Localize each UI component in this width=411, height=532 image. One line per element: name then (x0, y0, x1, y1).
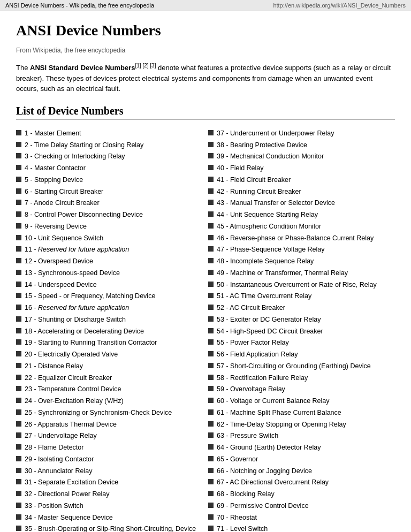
item-text: 47 - Phase-Sequence Voltage Relay (217, 245, 395, 255)
item-text: 29 - Isolating Contactor (25, 454, 203, 465)
bullet-icon (208, 526, 214, 531)
bullet-icon (16, 177, 21, 182)
item-text: 61 - Machine Split Phase Current Balance (217, 408, 395, 418)
bullet-icon (208, 177, 214, 182)
item-text: 58 - Rectification Failure Relay (217, 373, 395, 383)
citations: [1] [2] [3] (135, 63, 156, 69)
bullet-icon (16, 526, 21, 531)
bullet-icon (208, 316, 214, 322)
bullet-icon (208, 211, 214, 217)
item-text: 28 - Flame Detector (25, 443, 203, 453)
list-item: 41 - Field Circuit Breaker (208, 175, 395, 185)
item-text: 23 - Temperature Control Device (25, 384, 203, 394)
bullet-icon (16, 316, 21, 322)
list-item: 18 - Accelerating or Decelerating Device (16, 326, 203, 337)
bullet-icon (16, 421, 21, 427)
list-item: 65 - Governor (208, 454, 395, 465)
list-item: 28 - Flame Detector (16, 443, 203, 453)
bullet-icon (16, 258, 21, 263)
list-item: 60 - Voltage or Current Balance Relay (208, 396, 395, 406)
list-item: 47 - Phase-Sequence Voltage Relay (208, 245, 395, 255)
item-text: 8 - Control Power Disconnecting Device (25, 210, 203, 220)
item-text: 1 - Master Element (25, 128, 203, 139)
bullet-icon (208, 165, 214, 170)
item-text: 63 - Pressure Switch (217, 431, 395, 441)
list-item: 35 - Brush-Operating or Slip-Ring Short-… (16, 524, 203, 532)
bullet-icon (16, 339, 21, 345)
list-item: 24 - Over-Excitation Relay (V/Hz) (16, 396, 203, 406)
item-text: 14 - Underspeed Device (25, 280, 203, 290)
bullet-icon (208, 142, 214, 147)
item-text: 68 - Blocking Relay (217, 489, 395, 499)
bullet-icon (16, 153, 21, 158)
bullet-icon (16, 246, 21, 252)
bullet-icon (16, 398, 21, 403)
bullet-icon (208, 421, 214, 427)
list-item: 26 - Apparatus Thermal Device (16, 420, 203, 430)
bullet-icon (16, 363, 21, 368)
bullet-icon (208, 188, 214, 194)
item-text: 67 - AC Directional Overcurrent Relay (217, 477, 395, 488)
list-item: 68 - Blocking Relay (208, 489, 395, 499)
bullet-icon (208, 514, 214, 520)
list-item: 61 - Machine Split Phase Current Balance (208, 408, 395, 418)
item-text: 30 - Annunciator Relay (25, 466, 203, 476)
item-text: 12 - Overspeed Device (25, 256, 203, 267)
list-item: 62 - Time-Delay Stopping or Opening Rela… (208, 420, 395, 430)
list-item: 14 - Underspeed Device (16, 280, 203, 290)
bullet-icon (16, 386, 21, 391)
item-text: 21 - Distance Relay (25, 361, 203, 371)
item-text: 48 - Incomplete Sequence Relay (217, 256, 395, 267)
item-text: 11 - Reserved for future application (25, 245, 203, 255)
list-item: 10 - Unit Sequence Switch (16, 233, 203, 244)
list-item: 15 - Speed - or Frequency, Matching Devi… (16, 291, 203, 301)
item-text: 52 - AC Circuit Breaker (217, 303, 395, 313)
list-item: 40 - Field Relay (208, 163, 395, 173)
bullet-icon (208, 375, 214, 380)
bullet-icon (16, 270, 21, 275)
bullet-icon (208, 328, 214, 333)
item-text: 49 - Machine or Transformer, Thermal Rel… (217, 268, 395, 278)
list-item: 16 - Reserved for future application (16, 303, 203, 313)
bullet-icon (16, 130, 21, 135)
list-item: 37 - Undercurrent or Underpower Relay (208, 128, 395, 139)
right-list: 37 - Undercurrent or Underpower Relay38 … (208, 128, 395, 532)
bullet-icon (208, 456, 214, 461)
item-text: 45 - Atmospheric Condition Monitor (217, 222, 395, 232)
item-text: 40 - Field Relay (217, 163, 395, 173)
item-text: 15 - Speed - or Frequency, Matching Devi… (25, 291, 203, 301)
bullet-icon (16, 468, 21, 473)
list-item: 6 - Starting Circuit Breaker (16, 187, 203, 197)
list-item: 51 - AC Time Overcurrent Relay (208, 291, 395, 301)
list-item: 38 - Bearing Protective Device (208, 140, 395, 150)
list-item: 29 - Isolating Contactor (16, 454, 203, 465)
list-item: 52 - AC Circuit Breaker (208, 303, 395, 313)
list-item: 5 - Stopping Device (16, 175, 203, 185)
right-column: 37 - Undercurrent or Underpower Relay38 … (208, 128, 395, 532)
list-item: 13 - Synchronous-speed Device (16, 268, 203, 278)
list-item: 57 - Short-Circuiting or Grounding (Eart… (208, 361, 395, 371)
bullet-icon (16, 375, 21, 380)
item-text: 56 - Field Application Relay (217, 349, 395, 360)
bullet-icon (16, 514, 21, 520)
item-text: 71 - Level Switch (217, 524, 395, 532)
list-item: 48 - Incomplete Sequence Relay (208, 256, 395, 267)
item-text: 54 - High-Speed DC Circuit Breaker (217, 326, 395, 337)
item-text: 13 - Synchronous-speed Device (25, 268, 203, 278)
item-text: 44 - Unit Sequence Starting Relay (217, 210, 395, 220)
bullet-icon (208, 246, 214, 252)
list-item: 69 - Permissive Control Device (208, 501, 395, 511)
list-item: 4 - Master Contactor (16, 163, 203, 173)
bullet-icon (16, 432, 21, 438)
list-item: 8 - Control Power Disconnecting Device (16, 210, 203, 220)
item-text: 57 - Short-Circuiting or Grounding (Eart… (217, 361, 395, 371)
list-item: 53 - Exciter or DC Generator Relay (208, 315, 395, 325)
list-item: 21 - Distance Relay (16, 361, 203, 371)
item-text: 41 - Field Circuit Breaker (217, 175, 395, 185)
list-item: 56 - Field Application Relay (208, 349, 395, 360)
list-item: 58 - Rectification Failure Relay (208, 373, 395, 383)
list-item: 12 - Overspeed Device (16, 256, 203, 267)
item-text: 38 - Bearing Protective Device (217, 140, 395, 150)
list-item: 33 - Position Switch (16, 501, 203, 511)
list-item: 59 - Overvoltage Relay (208, 384, 395, 394)
